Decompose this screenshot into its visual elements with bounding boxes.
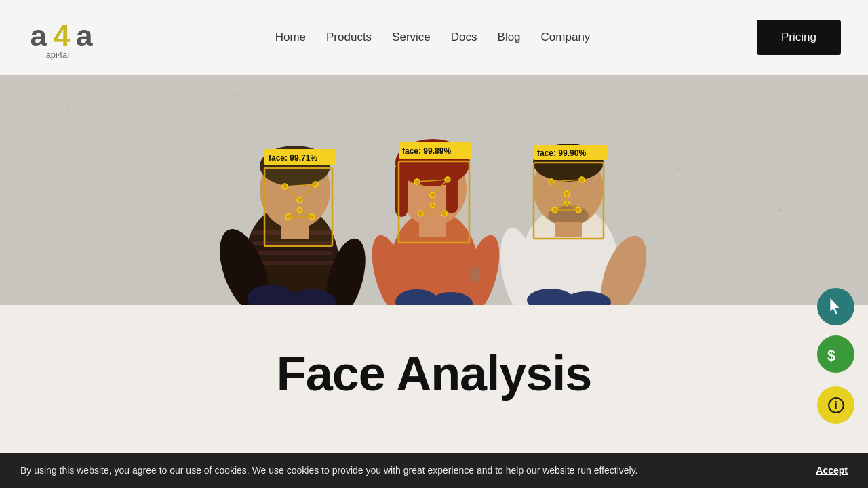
svg-text:api4ai: api4ai [46,49,69,60]
cursor-icon [827,298,845,316]
cookie-text: By using this website, you agree to our … [20,465,802,476]
hero-scene: face: 99.71% face: 99.89% [0,75,868,305]
svg-text:face: 99.90%: face: 99.90% [537,148,586,158]
logo-svg: a 4 a api4ai [27,14,108,61]
nav-service[interactable]: Service [392,30,431,44]
main-nav: Home Products Service Docs Blog Company [275,30,591,44]
nav-products[interactable]: Products [326,30,372,44]
svg-point-7 [236,94,239,96]
svg-point-10 [610,121,612,123]
nav-docs[interactable]: Docs [451,30,477,44]
nav-company[interactable]: Company [541,30,591,44]
svg-text:a: a [76,19,93,52]
svg-point-6 [135,128,137,130]
dollar-button[interactable]: $ [817,336,854,373]
svg-text:4: 4 [54,19,71,52]
svg-point-5 [66,107,69,110]
detection-box-3: face: 99.90% [534,145,607,239]
svg-text:a: a [31,19,47,52]
dollar-icon: $ [827,346,845,363]
svg-point-8 [338,115,340,117]
svg-text:i: i [834,400,837,411]
cursor-button[interactable] [817,288,854,325]
svg-rect-51 [264,168,332,246]
info-button[interactable]: i [817,386,854,424]
svg-point-12 [813,135,815,137]
accept-button[interactable]: Accept [816,465,848,476]
page-title: Face Analysis [277,346,592,401]
svg-text:face: 99.89%: face: 99.89% [402,146,451,156]
svg-point-17 [677,169,679,171]
nav-blog[interactable]: Blog [498,30,521,44]
svg-text:face: 99.71%: face: 99.71% [269,153,317,163]
detection-box-2: face: 99.89% [399,142,472,243]
header: a 4 a api4ai Home Products Service Docs … [0,0,868,75]
svg-point-41 [469,266,480,283]
hero-section: face: 99.71% face: 99.89% [0,75,868,305]
svg-point-18 [778,209,781,211]
svg-point-13 [101,176,103,178]
info-icon: i [827,396,845,414]
logo[interactable]: a 4 a api4ai [27,14,108,61]
cookie-banner: By using this website, you agree to our … [0,453,868,488]
svg-rect-67 [399,161,469,243]
svg-point-9 [473,100,476,103]
svg-point-11 [745,107,747,110]
svg-rect-83 [534,163,604,239]
nav-home[interactable]: Home [275,30,306,44]
detection-box-1: face: 99.71% [264,149,336,246]
pricing-button[interactable]: Pricing [757,20,841,55]
svg-text:$: $ [827,346,835,363]
